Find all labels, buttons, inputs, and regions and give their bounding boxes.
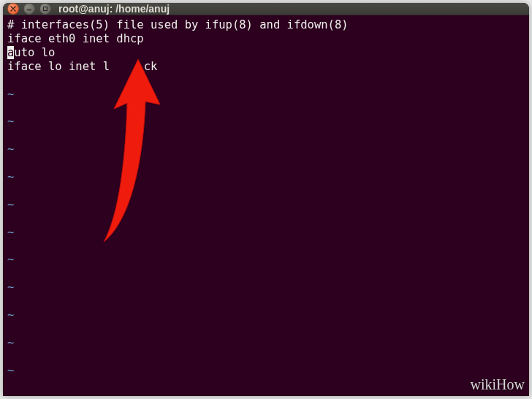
close-button[interactable]	[7, 3, 19, 15]
cursor: a	[7, 46, 14, 59]
terminal-line: iface eth0 inet dhcp	[7, 32, 525, 46]
terminal-line	[7, 322, 525, 336]
vim-tilde: ~	[7, 226, 525, 240]
terminal-line	[7, 129, 525, 142]
window-controls	[7, 3, 51, 15]
terminal-line	[7, 294, 525, 308]
terminal-line: iface lo inet l ck	[7, 60, 525, 74]
terminal-line	[7, 156, 525, 170]
svg-rect-0	[44, 7, 48, 11]
terminal-text-obscured	[110, 60, 144, 73]
vim-tilde: ~	[7, 336, 525, 350]
terminal-line	[7, 101, 525, 115]
terminal-line	[7, 350, 525, 364]
maximize-button[interactable]	[39, 3, 51, 15]
vim-tilde: ~	[7, 391, 525, 396]
terminal-line: # interfaces(5) file used by ifup(8) and…	[7, 18, 525, 32]
terminal-line	[7, 240, 525, 254]
terminal-window: root@anuj: /home/anuj # interfaces(5) fi…	[3, 3, 529, 396]
close-icon	[10, 6, 16, 12]
terminal-line: auto lo	[7, 46, 525, 60]
vim-tilde: ~	[7, 170, 525, 184]
vim-tilde: ~	[7, 198, 525, 212]
minimize-icon	[26, 6, 32, 12]
window-title: root@anuj: /home/anuj	[58, 3, 170, 15]
vim-tilde: ~	[7, 253, 525, 267]
terminal-line	[7, 212, 525, 226]
terminal-line	[7, 74, 525, 88]
terminal-text: ck	[144, 60, 158, 73]
vim-tilde: ~	[7, 281, 525, 294]
terminal-body[interactable]: # interfaces(5) file used by ifup(8) and…	[3, 15, 529, 396]
terminal-line	[7, 267, 525, 281]
maximize-icon	[42, 6, 48, 12]
terminal-text: uto lo	[14, 46, 55, 59]
titlebar: root@anuj: /home/anuj	[3, 3, 529, 15]
terminal-line	[7, 378, 525, 392]
terminal-text: iface lo inet l	[7, 60, 110, 73]
vim-tilde: ~	[7, 364, 525, 378]
vim-tilde: ~	[7, 142, 525, 156]
vim-tilde: ~	[7, 88, 525, 102]
terminal-line	[7, 184, 525, 198]
vim-tilde: ~	[7, 308, 525, 322]
minimize-button[interactable]	[23, 3, 35, 15]
vim-tilde: ~	[7, 115, 525, 129]
